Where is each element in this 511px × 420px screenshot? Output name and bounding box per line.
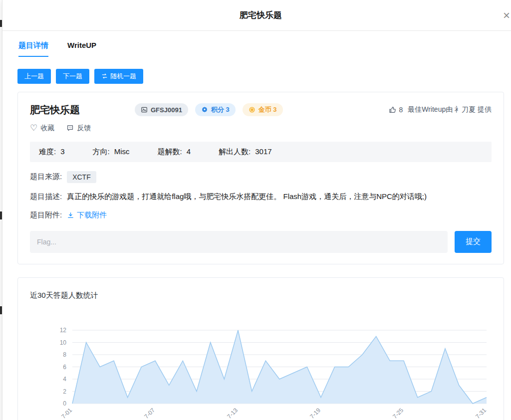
gold-coin-icon [249, 106, 256, 113]
svg-text:7-19: 7-19 [308, 407, 322, 420]
challenge-detail-card: 肥宅快乐题 GFSJ0091 积分 3 [17, 92, 504, 264]
feedback-button[interactable]: 反馈 [66, 124, 91, 133]
close-icon[interactable]: × [500, 9, 511, 21]
download-attachment-link[interactable]: 下载附件 [67, 210, 107, 220]
feedback-label: 反馈 [77, 124, 91, 133]
stat-label: 题解数: [158, 147, 182, 157]
challenge-stats-bar: 难度: 3 方向: Misc 题解数: 4 解出人数: 3017 [30, 142, 492, 162]
comment-bubble-icon [66, 124, 74, 132]
score-badge-text: 积分 3 [211, 105, 230, 114]
writeup-meta: 8 最佳Writeup由 衤刀夏 提供 [389, 105, 492, 114]
description-label: 题目描述: [30, 192, 62, 202]
answer-trend-chart: 0246810127-017-077-137-197-257-31 [35, 326, 492, 420]
tab-writeup[interactable]: WriteUP [67, 41, 96, 57]
next-question-button[interactable]: 下一题 [56, 69, 89, 84]
submit-flag-button[interactable]: 提交 [455, 231, 492, 253]
stat-label: 方向: [93, 147, 110, 157]
challenge-title: 肥宅快乐题 [30, 103, 80, 117]
source-label: 题目来源: [30, 172, 62, 182]
coin-badge-text: 金币 3 [258, 105, 277, 114]
challenge-id-badge: GFSJ0091 [135, 103, 188, 116]
svg-text:2: 2 [63, 388, 66, 395]
svg-text:12: 12 [60, 327, 67, 334]
flag-input[interactable] [30, 231, 448, 253]
prev-question-button[interactable]: 上一题 [17, 69, 51, 84]
modal-header: 肥宅快乐题 × [2, 0, 511, 31]
challenge-actions-row: ♡ 收藏 反馈 [30, 124, 492, 133]
svg-text:10: 10 [60, 339, 67, 346]
source-tag: XCTF [67, 171, 96, 183]
flag-submit-row: 提交 [30, 231, 492, 253]
svg-text:8: 8 [63, 351, 66, 358]
stat-writeup-count: 题解数: 4 [158, 147, 191, 157]
modal-body: 上一题 下一题 随机一题 肥宅快乐题 GFSJ0091 [2, 69, 511, 420]
trend-chart-svg: 0246810127-017-077-137-197-257-31 [35, 326, 492, 420]
random-question-label: 随机一题 [110, 72, 136, 80]
description-row: 题目描述: 真正的快乐的游戏题，打通就给flag哦，与肥宅快乐水搭配更佳。 Fl… [30, 192, 492, 202]
svg-text:7-01: 7-01 [60, 407, 73, 420]
thumbs-up-icon [389, 106, 397, 114]
description-text: 真正的快乐的游戏题，打通就给flag哦，与肥宅快乐水搭配更佳。 Flash游戏，… [67, 192, 427, 202]
challenge-title-row: 肥宅快乐题 GFSJ0091 积分 3 [30, 103, 492, 117]
svg-text:7-31: 7-31 [474, 407, 488, 420]
stat-value: 4 [187, 147, 191, 157]
svg-text:7-25: 7-25 [391, 407, 405, 420]
tab-challenge-details[interactable]: 题目详情 [18, 41, 48, 57]
attachment-label: 题目附件: [30, 210, 62, 220]
favorite-label: 收藏 [40, 124, 54, 133]
chart-title: 近30天答题人数统计 [30, 291, 492, 300]
stat-solver-count: 解出人数: 3017 [219, 147, 272, 157]
rosette-star-icon [201, 106, 208, 113]
like-button[interactable]: 8 [389, 106, 403, 114]
badge-group: GFSJ0091 积分 3 金币 3 [135, 103, 283, 116]
stat-label: 难度: [39, 147, 56, 157]
stat-value: 3017 [255, 147, 271, 157]
download-attachment-label: 下载附件 [77, 210, 107, 220]
statistics-card: 近30天答题人数统计 0246810127-017-077-137-197-25… [17, 277, 504, 420]
stat-category: 方向: Misc [93, 147, 130, 157]
likes-count: 8 [399, 106, 403, 114]
tab-bar: 题目详情 WriteUP [2, 31, 511, 57]
svg-text:0: 0 [63, 400, 66, 407]
challenge-modal: 肥宅快乐题 × 题目详情 WriteUP 上一题 下一题 随机一题 肥宅快乐题 [2, 0, 511, 420]
favorite-button[interactable]: ♡ 收藏 [30, 124, 54, 133]
score-badge: 积分 3 [195, 103, 236, 116]
modal-title: 肥宅快乐题 [240, 9, 282, 21]
stat-label: 解出人数: [219, 147, 251, 157]
stat-value: 3 [60, 147, 64, 157]
source-row: 题目来源: XCTF [30, 171, 492, 183]
swap-icon [101, 73, 108, 79]
svg-text:6: 6 [63, 363, 66, 370]
svg-text:7-07: 7-07 [143, 407, 156, 420]
coin-badge: 金币 3 [243, 103, 283, 116]
stat-difficulty: 难度: 3 [39, 147, 65, 157]
image-icon [141, 106, 148, 113]
heart-icon: ♡ [30, 124, 37, 132]
stat-value: Misc [114, 147, 130, 157]
svg-text:4: 4 [63, 376, 66, 383]
best-writeup-credit: 最佳Writeup由 衤刀夏 提供 [408, 105, 492, 114]
random-question-button[interactable]: 随机一题 [94, 69, 143, 84]
challenge-id-text: GFSJ0091 [151, 106, 182, 114]
question-nav-row: 上一题 下一题 随机一题 [17, 69, 504, 84]
svg-text:7-13: 7-13 [226, 407, 239, 420]
download-icon [67, 211, 74, 219]
attachment-row: 题目附件: 下载附件 [30, 210, 492, 220]
